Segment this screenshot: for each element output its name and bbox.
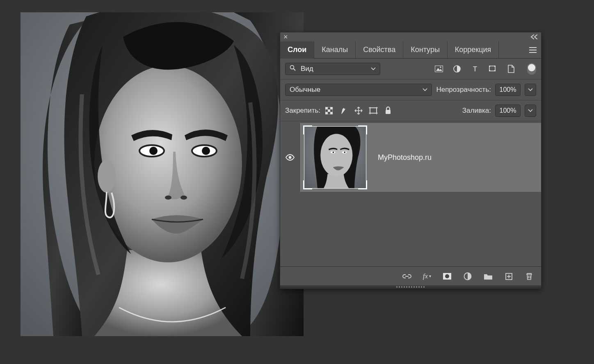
svg-marker-14 bbox=[436, 68, 442, 71]
layer-name[interactable]: MyPhotoshop.ru bbox=[378, 153, 432, 162]
blend-opacity-row: Обычные Непрозрачность: 100% bbox=[280, 80, 541, 100]
svg-point-11 bbox=[290, 66, 294, 69]
svg-rect-28 bbox=[330, 112, 333, 114]
svg-rect-26 bbox=[328, 109, 330, 112]
lock-label: Закрепить: bbox=[285, 107, 320, 115]
svg-rect-25 bbox=[330, 107, 333, 109]
svg-point-39 bbox=[333, 152, 334, 153]
lock-artboard-icon[interactable] bbox=[369, 106, 378, 115]
layer-mask-icon[interactable] bbox=[443, 272, 452, 281]
layer-style-icon[interactable]: fx▾ bbox=[423, 272, 431, 280]
opacity-flyout[interactable] bbox=[525, 84, 536, 96]
search-icon bbox=[290, 65, 296, 73]
tab-paths[interactable]: Контуры bbox=[403, 41, 448, 58]
svg-point-35 bbox=[288, 156, 291, 159]
filter-kind-label: Вид bbox=[301, 65, 313, 73]
svg-point-6 bbox=[202, 147, 210, 155]
adjustment-layer-icon[interactable] bbox=[463, 272, 472, 281]
layer-filter-row: Вид T bbox=[280, 59, 541, 80]
svg-text:T: T bbox=[473, 65, 477, 73]
svg-rect-24 bbox=[325, 107, 328, 109]
svg-rect-13 bbox=[435, 66, 443, 72]
eye-icon bbox=[285, 154, 295, 161]
fill-label: Заливка: bbox=[462, 107, 491, 115]
panel-footer: fx▾ bbox=[280, 266, 541, 285]
tab-properties[interactable]: Свойства bbox=[356, 41, 403, 58]
layer-thumbnail[interactable] bbox=[304, 126, 366, 189]
svg-rect-21 bbox=[489, 70, 490, 71]
svg-point-10 bbox=[98, 160, 116, 193]
panel-titlebar: × bbox=[280, 32, 541, 41]
svg-point-3 bbox=[149, 147, 158, 155]
opacity-label: Непрозрачность: bbox=[436, 86, 491, 94]
filter-type-icon[interactable]: T bbox=[471, 64, 480, 73]
layers-list: MyPhotoshop.ru bbox=[280, 121, 541, 266]
filter-kind-select[interactable]: Вид bbox=[285, 63, 380, 75]
tab-adjustments[interactable]: Коррекция bbox=[448, 41, 499, 58]
tab-channels[interactable]: Каналы bbox=[314, 41, 356, 58]
delete-layer-icon[interactable] bbox=[525, 272, 534, 281]
lock-transparency-icon[interactable] bbox=[324, 106, 334, 115]
blend-mode-select[interactable]: Обычные bbox=[285, 84, 432, 96]
svg-point-43 bbox=[445, 274, 449, 278]
chevron-down-icon bbox=[371, 67, 376, 71]
panel-tabs: Слои Каналы Свойства Контуры Коррекция bbox=[280, 41, 541, 59]
lock-fill-row: Закрепить: Заливка: 100% bbox=[280, 100, 541, 121]
filter-shape-icon[interactable] bbox=[489, 64, 498, 73]
tab-layers[interactable]: Слои bbox=[280, 41, 314, 59]
opacity-value[interactable]: 100% bbox=[495, 84, 521, 96]
layer-row[interactable]: MyPhotoshop.ru bbox=[280, 123, 541, 192]
lock-all-icon[interactable] bbox=[384, 106, 393, 115]
svg-rect-19 bbox=[489, 66, 490, 67]
svg-point-41 bbox=[344, 152, 345, 153]
panel-menu-icon[interactable] bbox=[525, 41, 541, 58]
svg-point-9 bbox=[180, 196, 187, 200]
fill-value[interactable]: 100% bbox=[495, 105, 521, 117]
chevron-down-icon bbox=[423, 88, 427, 91]
new-layer-icon[interactable] bbox=[504, 272, 513, 281]
svg-rect-22 bbox=[494, 70, 496, 71]
filter-pixel-icon[interactable] bbox=[434, 64, 443, 73]
panel-resize-handle[interactable] bbox=[280, 285, 541, 289]
svg-rect-34 bbox=[386, 110, 391, 114]
svg-point-8 bbox=[165, 196, 171, 200]
svg-point-15 bbox=[440, 66, 441, 68]
filter-type-icons: T bbox=[434, 64, 516, 73]
lock-position-icon[interactable] bbox=[354, 106, 363, 115]
layer-visibility-toggle[interactable] bbox=[280, 123, 300, 192]
collapse-icon[interactable] bbox=[530, 34, 538, 39]
filter-smartobject-icon[interactable] bbox=[507, 64, 516, 73]
svg-rect-27 bbox=[325, 112, 328, 114]
svg-rect-20 bbox=[494, 66, 496, 67]
layers-panel: × Слои Каналы Свойства Контуры Коррекция… bbox=[280, 32, 541, 289]
blend-mode-value: Обычные bbox=[290, 86, 320, 94]
group-icon[interactable] bbox=[484, 272, 493, 281]
fill-flyout[interactable] bbox=[525, 105, 536, 117]
lock-pixels-icon[interactable] bbox=[339, 106, 348, 115]
document-canvas[interactable] bbox=[21, 12, 304, 336]
svg-point-37 bbox=[320, 134, 352, 176]
filter-toggle[interactable] bbox=[527, 63, 536, 75]
filter-adjustment-icon[interactable] bbox=[452, 64, 461, 73]
link-layers-icon[interactable] bbox=[402, 272, 411, 281]
lock-icons bbox=[324, 106, 393, 115]
close-icon[interactable]: × bbox=[283, 34, 288, 40]
svg-rect-29 bbox=[370, 108, 377, 113]
svg-line-12 bbox=[294, 69, 296, 71]
svg-rect-18 bbox=[489, 66, 495, 71]
